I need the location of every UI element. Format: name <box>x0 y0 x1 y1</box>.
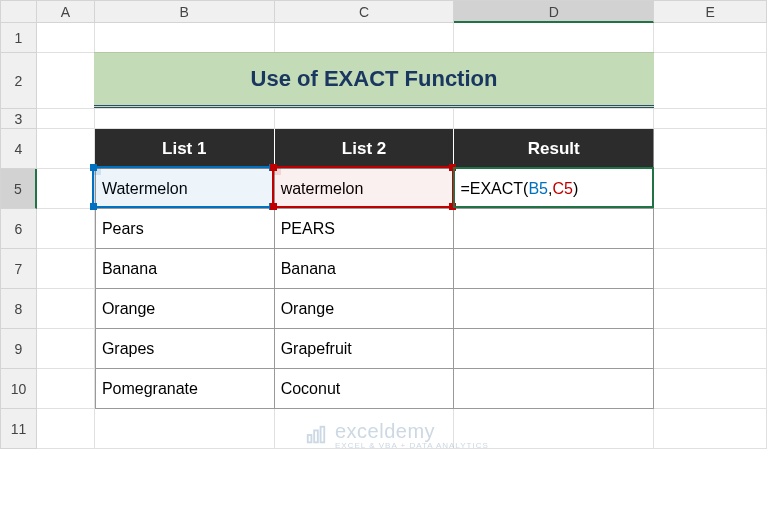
cell-c3[interactable] <box>275 109 455 129</box>
cell-d8[interactable] <box>454 289 654 329</box>
cell-c7[interactable]: Banana <box>275 249 455 289</box>
cell-a6[interactable] <box>37 209 95 249</box>
row-header-9[interactable]: 9 <box>1 329 37 369</box>
column-headers: A B C D E <box>1 1 767 23</box>
col-header-d[interactable]: D <box>454 1 654 23</box>
row-header-3[interactable]: 3 <box>1 109 37 129</box>
header-list2[interactable]: List 2 <box>275 129 455 169</box>
cell-b1[interactable] <box>95 23 275 53</box>
cell-a9[interactable] <box>37 329 95 369</box>
row-header-7[interactable]: 7 <box>1 249 37 289</box>
formula-ref2: C5 <box>552 180 572 197</box>
cell-a5[interactable] <box>37 169 95 209</box>
cell-c11[interactable] <box>275 409 455 449</box>
formula-prefix: =EXACT( <box>460 180 528 197</box>
cell-e6[interactable] <box>654 209 767 249</box>
cell-e1[interactable] <box>654 23 767 53</box>
cell-e11[interactable] <box>654 409 767 449</box>
cell-e7[interactable] <box>654 249 767 289</box>
cell-d5[interactable]: =EXACT(B5,C5) <box>454 169 654 209</box>
cell-a11[interactable] <box>37 409 95 449</box>
cell-c8[interactable]: Orange <box>275 289 455 329</box>
cell-c1[interactable] <box>275 23 455 53</box>
cell-a7[interactable] <box>37 249 95 289</box>
cell-c5[interactable]: watermelon <box>275 169 455 209</box>
cell-d1[interactable] <box>454 23 654 53</box>
row-header-2[interactable]: 2 <box>1 53 37 109</box>
cell-d6[interactable] <box>454 209 654 249</box>
cell-b8[interactable]: Orange <box>95 289 275 329</box>
cell-b3[interactable] <box>95 109 275 129</box>
cell-d3[interactable] <box>454 109 654 129</box>
formula-suffix: ) <box>573 180 578 197</box>
cell-e9[interactable] <box>654 329 767 369</box>
cell-b9[interactable]: Grapes <box>95 329 275 369</box>
header-list1[interactable]: List 1 <box>95 129 275 169</box>
select-all-corner[interactable] <box>1 1 37 23</box>
col-header-b[interactable]: B <box>95 1 275 23</box>
row-header-1[interactable]: 1 <box>1 23 37 53</box>
row-header-10[interactable]: 10 <box>1 369 37 409</box>
formula-ref1: B5 <box>528 180 548 197</box>
cell-b6[interactable]: Pears <box>95 209 275 249</box>
cell-e3[interactable] <box>654 109 767 129</box>
cell-a10[interactable] <box>37 369 95 409</box>
cell-c6[interactable]: PEARS <box>275 209 455 249</box>
cell-d11[interactable] <box>454 409 654 449</box>
col-header-c[interactable]: C <box>275 1 455 23</box>
cell-a4[interactable] <box>37 129 95 169</box>
cell-d10[interactable] <box>454 369 654 409</box>
cell-e2[interactable] <box>654 53 767 109</box>
row-header-4[interactable]: 4 <box>1 129 37 169</box>
cell-b11[interactable] <box>95 409 275 449</box>
cell-e4[interactable] <box>654 129 767 169</box>
cell-e5[interactable] <box>654 169 767 209</box>
header-result[interactable]: Result <box>454 129 654 169</box>
row-header-6[interactable]: 6 <box>1 209 37 249</box>
cell-c10[interactable]: Coconut <box>275 369 455 409</box>
cell-b7[interactable]: Banana <box>95 249 275 289</box>
row-header-8[interactable]: 8 <box>1 289 37 329</box>
cell-a1[interactable] <box>37 23 95 53</box>
row-header-11[interactable]: 11 <box>1 409 37 449</box>
cell-d9[interactable] <box>454 329 654 369</box>
cell-c9[interactable]: Grapefruit <box>275 329 455 369</box>
page-title: Use of EXACT Function <box>94 52 654 108</box>
cell-a8[interactable] <box>37 289 95 329</box>
cell-e10[interactable] <box>654 369 767 409</box>
cell-b5[interactable]: Watermelon <box>95 169 275 209</box>
cell-d7[interactable] <box>454 249 654 289</box>
col-header-e[interactable]: E <box>654 1 767 23</box>
cell-a2[interactable] <box>37 53 95 109</box>
col-header-a[interactable]: A <box>37 1 95 23</box>
formula-display: =EXACT(B5,C5) <box>460 180 578 198</box>
cell-e8[interactable] <box>654 289 767 329</box>
cell-b10[interactable]: Pomegranate <box>95 369 275 409</box>
cell-a3[interactable] <box>37 109 95 129</box>
row-header-5[interactable]: 5 <box>1 169 37 209</box>
